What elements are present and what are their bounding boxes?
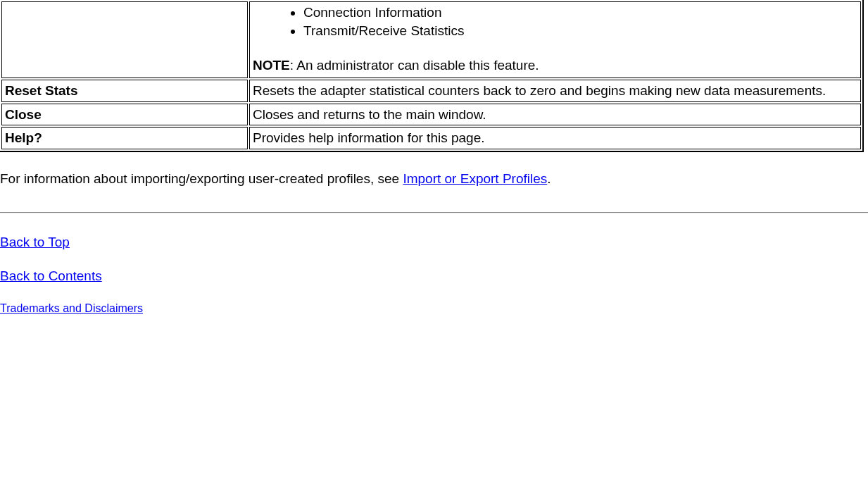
row0-bullet-list: Connection Information Transmit/Receive … (253, 4, 857, 39)
list-item: Transmit/Receive Statistics (303, 22, 857, 40)
trademarks-wrapper: Trademarks and Disclaimers (0, 302, 868, 315)
back-to-contents-wrapper: Back to Contents (0, 268, 868, 284)
paragraph-pre: For information about importing/exportin… (0, 171, 403, 186)
import-export-paragraph: For information about importing/exportin… (0, 169, 868, 189)
row2-left: Close (1, 104, 248, 126)
divider (0, 212, 868, 213)
row0-left-blank (1, 1, 248, 78)
note-label: NOTE (253, 58, 290, 73)
feature-table: Connection Information Transmit/Receive … (0, 0, 864, 152)
row0-right: Connection Information Transmit/Receive … (249, 1, 861, 78)
paragraph-post: . (547, 171, 551, 186)
list-item: Connection Information (303, 4, 857, 22)
back-to-top-link[interactable]: Back to Top (0, 235, 70, 249)
note-text: : An administrator can disable this feat… (290, 58, 539, 73)
table-row: Connection Information Transmit/Receive … (1, 1, 861, 78)
row3-left: Help? (1, 127, 248, 149)
trademarks-link[interactable]: Trademarks and Disclaimers (0, 302, 143, 314)
back-to-contents-link[interactable]: Back to Contents (0, 268, 102, 283)
back-to-top-wrapper: Back to Top (0, 235, 868, 250)
table-row: Reset Stats Resets the adapter statistic… (1, 80, 861, 102)
row2-right: Closes and returns to the main window. (249, 104, 861, 126)
row3-right: Provides help information for this page. (249, 127, 861, 149)
row1-right: Resets the adapter statistical counters … (249, 80, 861, 102)
note-line: NOTE: An administrator can disable this … (253, 56, 857, 75)
table-row: Help? Provides help information for this… (1, 127, 861, 149)
table-row: Close Closes and returns to the main win… (1, 104, 861, 126)
row1-left: Reset Stats (1, 80, 248, 102)
import-export-link[interactable]: Import or Export Profiles (403, 171, 547, 186)
